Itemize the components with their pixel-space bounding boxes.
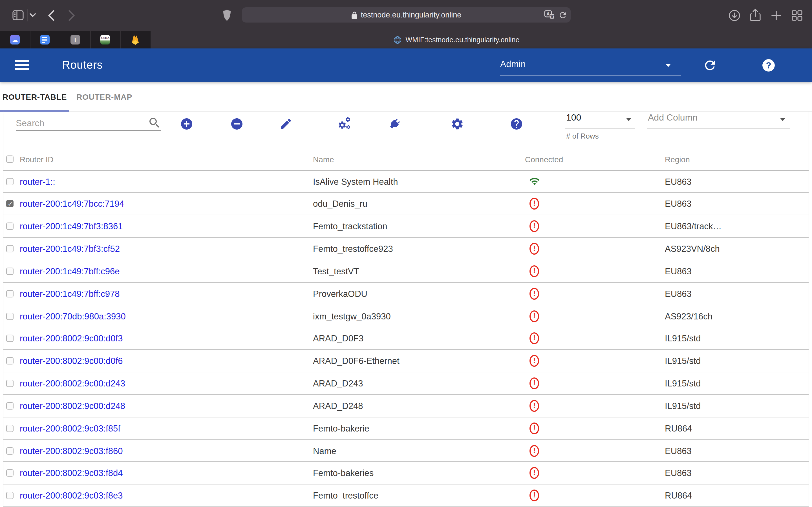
router-region: IL915/std	[665, 379, 701, 389]
svg-text:?: ?	[766, 61, 771, 70]
router-id-link[interactable]: router-200:70db:980a:3930	[20, 311, 126, 321]
address-bar[interactable]: testnode.eu.thingularity.online	[242, 7, 571, 22]
row-checkbox[interactable]	[6, 447, 13, 454]
main-content: ROUTER-TABLE ROUTER-MAP	[0, 82, 812, 507]
pinned-tab-docs[interactable]	[30, 31, 60, 48]
refresh-button[interactable]	[703, 58, 717, 73]
router-id-link[interactable]: router-200:8002:9c00:d0f6	[20, 356, 123, 367]
add-router-button[interactable]	[180, 117, 193, 131]
active-browser-tab[interactable]: WMIF:testnode.eu.thingularity.online	[151, 31, 812, 48]
help-button[interactable]: ?	[761, 58, 776, 73]
header-router-id: Router ID	[20, 155, 54, 164]
table-row: router-200:70db:980a:3930 ixm_testgw_0a3…	[3, 305, 809, 328]
router-id-link[interactable]: router-200:1c49:7bff:c978	[20, 289, 119, 299]
router-id-link[interactable]: router-1::	[20, 177, 55, 187]
connected-status: !	[528, 242, 543, 257]
row-checkbox[interactable]	[6, 290, 13, 297]
router-region: EU863	[665, 289, 692, 299]
header-connected: Connected	[525, 155, 563, 164]
settings-button[interactable]	[451, 117, 464, 131]
menu-hamburger-icon[interactable]	[15, 60, 29, 70]
router-id-link[interactable]: router-200:8002:9c03:f860	[20, 446, 123, 456]
tab-overview-icon[interactable]	[792, 10, 802, 21]
privacy-shield-icon[interactable]	[223, 8, 231, 22]
row-checkbox[interactable]	[6, 200, 13, 208]
row-checkbox[interactable]	[6, 335, 13, 342]
svg-text:A: A	[546, 11, 550, 16]
pinned-tab-weather[interactable]: ☁	[0, 31, 30, 48]
router-region: EU863	[665, 177, 692, 187]
back-button-icon[interactable]	[47, 10, 55, 21]
browser-tab-strip: ☁ I USDA WMIF:testnode.eu.thingularity.o…	[0, 31, 812, 48]
select-all-checkbox[interactable]	[6, 156, 13, 163]
row-checkbox[interactable]	[6, 245, 13, 252]
router-region: EU863	[665, 199, 692, 209]
connected-status: !	[528, 332, 543, 347]
table-toolbar: 100 # of Rows Add Column	[3, 112, 809, 149]
router-name: Name	[313, 446, 336, 456]
chevron-down-icon[interactable]	[29, 13, 36, 17]
sidebar-toggle-icon[interactable]	[12, 9, 24, 21]
reload-icon[interactable]	[558, 10, 567, 19]
role-select[interactable]: Admin	[500, 55, 681, 75]
connected-status: !	[528, 377, 543, 392]
router-id-link[interactable]: router-200:8002:9c00:d248	[20, 401, 125, 411]
table-row: router-200:1c49:7bcc:7194 odu_Denis_ru !…	[3, 193, 809, 216]
row-checkbox[interactable]	[6, 178, 13, 185]
tab-router-map[interactable]: ROUTER-MAP	[69, 82, 139, 112]
router-id-link[interactable]: router-200:8002:9c03:f8d4	[20, 468, 123, 478]
chrome-divider	[27, 9, 28, 21]
edit-router-button[interactable]	[279, 117, 293, 131]
table-row: router-200:8002:9c00:d248 ARAD_D248 ! IL…	[3, 395, 809, 417]
router-name: Femto_trackstation	[313, 221, 388, 231]
table-row: router-200:8002:9c03:f8d4 Femto-bakeries…	[3, 462, 809, 485]
services-button[interactable]	[338, 117, 352, 131]
row-checkbox[interactable]	[6, 469, 13, 477]
new-tab-icon[interactable]	[771, 11, 781, 20]
letter-i-icon: I	[70, 35, 80, 45]
rows-per-page-hint: # of Rows	[566, 132, 599, 140]
error-icon: !	[529, 422, 539, 434]
usda-logo-icon: USDA	[101, 35, 110, 45]
error-icon: !	[529, 467, 539, 479]
translate-icon[interactable]: A文	[544, 10, 555, 20]
forward-button-icon[interactable]	[68, 10, 75, 21]
downloads-icon[interactable]	[728, 10, 741, 21]
table-header-row: Router ID Name Connected Region	[3, 149, 809, 170]
router-id-link[interactable]: router-200:1c49:7bff:c96e	[20, 267, 119, 277]
router-id-link[interactable]: router-200:8002:9c03:f85f	[20, 424, 120, 434]
row-checkbox[interactable]	[6, 492, 13, 499]
add-column-select[interactable]: Add Column	[647, 112, 790, 129]
row-checkbox[interactable]	[6, 380, 13, 387]
connected-status: !	[528, 444, 543, 459]
router-id-link[interactable]: router-200:8002:9c03:f8e3	[20, 491, 123, 501]
search-icon[interactable]	[148, 116, 161, 129]
help-toolbar-button[interactable]	[510, 117, 523, 131]
row-checkbox[interactable]	[6, 313, 13, 320]
table-row: router-200:8002:9c00:d0f3 ARAD_D0F3 ! IL…	[3, 328, 809, 350]
pinned-tab-info[interactable]: I	[60, 31, 91, 48]
share-icon[interactable]	[750, 8, 761, 22]
search-input[interactable]	[16, 116, 161, 131]
router-id-link[interactable]: router-200:1c49:7bcc:7194	[20, 199, 124, 209]
router-table-card: 100 # of Rows Add Column Router ID Name …	[3, 112, 809, 507]
row-checkbox[interactable]	[6, 223, 13, 230]
pinned-tab-usda[interactable]: USDA	[91, 31, 121, 48]
row-checkbox[interactable]	[6, 425, 13, 432]
pinned-tab-firebase[interactable]	[121, 31, 151, 48]
router-id-link[interactable]: router-200:1c49:7bf3:8361	[20, 221, 123, 231]
connected-status: !	[528, 175, 543, 189]
error-icon: !	[529, 333, 539, 344]
router-id-link[interactable]: router-200:1c49:7bf3:cf52	[20, 244, 120, 254]
router-id-link[interactable]: router-200:8002:9c00:d243	[20, 379, 125, 389]
connect-plug-button[interactable]	[385, 114, 404, 133]
row-checkbox[interactable]	[6, 268, 13, 275]
chevron-down-icon	[780, 118, 785, 121]
error-icon: !	[529, 220, 539, 232]
router-id-link[interactable]: router-200:8002:9c00:d0f3	[20, 334, 123, 344]
row-checkbox[interactable]	[6, 357, 13, 365]
row-checkbox[interactable]	[6, 402, 13, 409]
header-region: Region	[665, 155, 690, 164]
remove-router-button[interactable]	[230, 117, 244, 131]
tab-router-table[interactable]: ROUTER-TABLE	[0, 82, 69, 112]
